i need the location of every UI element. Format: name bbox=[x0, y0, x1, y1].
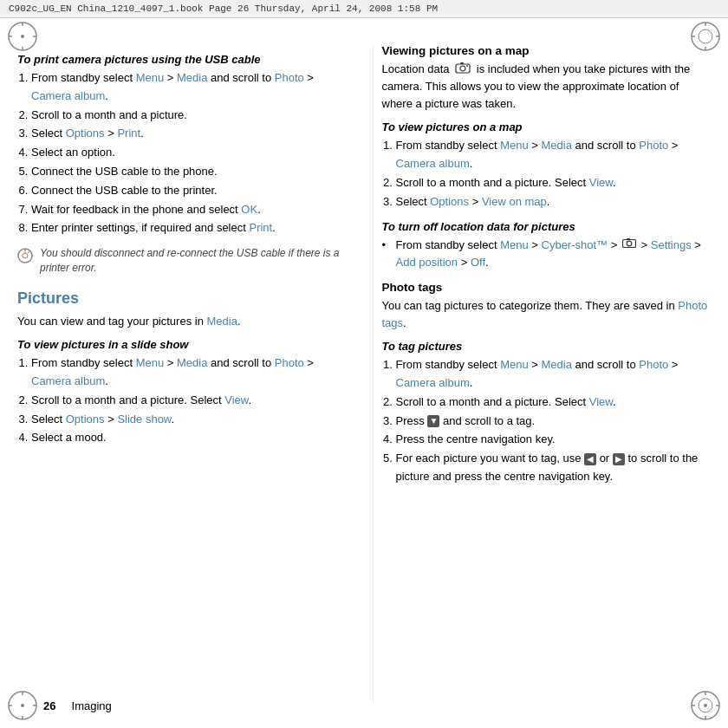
photo-link-4: Photo bbox=[639, 358, 668, 371]
cybershot-link: Cyber-shot™ bbox=[542, 238, 608, 251]
svg-point-28 bbox=[24, 252, 27, 255]
svg-point-31 bbox=[460, 66, 465, 71]
slideshow-step-4: Select a mood. bbox=[31, 429, 347, 447]
slideshow-step-3: Select Options > Slide show. bbox=[31, 411, 347, 429]
tip-box: You should disconnect and re-connect the… bbox=[17, 244, 347, 277]
header-text: C902c_UG_EN China_1210_4097_1.book Page … bbox=[9, 3, 438, 14]
svg-point-20 bbox=[704, 704, 707, 707]
right-column: Viewing pictures on a map Location data … bbox=[373, 44, 712, 705]
options-link-2: Options bbox=[66, 413, 105, 426]
map-section-title: Viewing pictures on a map bbox=[382, 44, 712, 57]
location-data-item: From standby select Menu > Cyber-shot™ >… bbox=[382, 237, 712, 273]
corner-decoration-bl bbox=[7, 690, 38, 721]
off-link: Off bbox=[471, 256, 485, 269]
photo-link-2: Photo bbox=[275, 356, 304, 369]
slideshow-step-2: Scroll to a month and a picture. Select … bbox=[31, 392, 347, 410]
ok-link-1: OK bbox=[241, 203, 257, 216]
map-intro: Location data is included when you take … bbox=[382, 61, 712, 112]
settings-link: Settings bbox=[651, 238, 692, 251]
view-link-2: View bbox=[589, 176, 613, 189]
page-footer: 26 Imaging bbox=[43, 699, 112, 712]
print-step-2: Scroll to a month and a picture. bbox=[31, 107, 347, 125]
add-position-link: Add position bbox=[396, 256, 458, 269]
svg-rect-32 bbox=[460, 62, 464, 64]
corner-decoration-tr bbox=[690, 21, 721, 52]
page-container: C902c_UG_EN China_1210_4097_1.book Page … bbox=[0, 0, 728, 728]
menu-link-2: Menu bbox=[136, 356, 165, 369]
print-step-5: Connect the USB cable to the phone. bbox=[31, 163, 347, 181]
photo-link-3: Photo bbox=[639, 139, 668, 152]
map-step-1: From standby select Menu > Media and scr… bbox=[396, 137, 712, 173]
camera-icon bbox=[455, 62, 471, 79]
svg-point-13 bbox=[21, 704, 24, 707]
slideshow-step-1: From standby select Menu > Media and scr… bbox=[31, 354, 347, 391]
menu-link-4: Menu bbox=[500, 238, 529, 251]
left-nav-icon: ◀ bbox=[584, 453, 596, 465]
corner-decoration-br bbox=[690, 690, 721, 721]
print-step-7: Wait for feedback in the phone and selec… bbox=[31, 201, 347, 219]
photo-link-1: Photo bbox=[275, 71, 304, 84]
menu-link-1: Menu bbox=[136, 71, 165, 84]
photo-tags-intro: You can tag pictures to categorize them.… bbox=[382, 297, 712, 331]
view-on-map-title: To view pictures on a map bbox=[382, 120, 712, 133]
print-link-1: Print bbox=[117, 127, 140, 140]
svg-rect-36 bbox=[627, 238, 630, 240]
media-link-1: Media bbox=[177, 71, 207, 84]
photo-tags-link: Photo tags bbox=[382, 299, 708, 329]
svg-point-6 bbox=[692, 23, 719, 50]
svg-line-29 bbox=[28, 251, 29, 253]
down-arrow-icon: ▼ bbox=[427, 415, 439, 427]
right-nav-icon: ▶ bbox=[613, 453, 625, 465]
media-link-4: Media bbox=[542, 139, 572, 152]
slideshow-title: To view pictures in a slide show bbox=[17, 338, 347, 351]
slideshow-link: Slide show bbox=[117, 413, 171, 426]
cybershot-icon bbox=[622, 237, 636, 255]
camera-album-link-3: Camera album bbox=[396, 157, 470, 170]
tip-icon bbox=[17, 248, 33, 263]
map-step-2: Scroll to a month and a picture. Select … bbox=[396, 174, 712, 192]
svg-point-33 bbox=[466, 65, 468, 67]
print-steps-list: From standby select Menu > Media and scr… bbox=[31, 69, 347, 237]
menu-link-3: Menu bbox=[500, 139, 529, 152]
header-bar: C902c_UG_EN China_1210_4097_1.book Page … bbox=[0, 0, 728, 18]
tag-step-4: Press the centre navigation key. bbox=[396, 431, 712, 449]
camera-album-link-2: Camera album bbox=[31, 374, 105, 387]
print-step-3: Select Options > Print. bbox=[31, 125, 347, 143]
view-link-1: View bbox=[224, 393, 248, 406]
view-on-map-link: View on map bbox=[482, 195, 547, 208]
print-step-6: Connect the USB cable to the printer. bbox=[31, 182, 347, 200]
print-step-4: Select an option. bbox=[31, 144, 347, 162]
media-link-3: Media bbox=[177, 356, 207, 369]
page-label: Imaging bbox=[72, 699, 112, 712]
options-link-1: Options bbox=[66, 127, 105, 140]
print-step-8: Enter printer settings, if required and … bbox=[31, 219, 347, 237]
map-step-3: Select Options > View on map. bbox=[396, 193, 712, 211]
view-on-map-steps: From standby select Menu > Media and scr… bbox=[396, 137, 712, 211]
options-link-3: Options bbox=[430, 195, 469, 208]
camera-album-link-4: Camera album bbox=[396, 376, 470, 389]
svg-point-1 bbox=[21, 35, 24, 38]
media-link-2: Media bbox=[207, 315, 237, 328]
tip-text: You should disconnect and re-connect the… bbox=[40, 246, 347, 276]
tag-step-5: For each picture you want to tag, use ◀ … bbox=[396, 450, 712, 486]
print-step-1: From standby select Menu > Media and scr… bbox=[31, 69, 347, 106]
tag-step-1: From standby select Menu > Media and scr… bbox=[396, 356, 712, 393]
content-area: To print camera pictures using the USB c… bbox=[0, 18, 728, 722]
print-section-title: To print camera pictures using the USB c… bbox=[17, 53, 347, 66]
svg-point-7 bbox=[699, 29, 712, 43]
left-column: To print camera pictures using the USB c… bbox=[17, 44, 355, 705]
slideshow-steps-list: From standby select Menu > Media and scr… bbox=[31, 354, 347, 447]
tag-step-3: Press ▼ and scroll to a tag. bbox=[396, 413, 712, 431]
tag-pictures-title: To tag pictures bbox=[382, 340, 712, 353]
page-number: 26 bbox=[43, 699, 55, 712]
camera-album-link-1: Camera album bbox=[31, 89, 105, 102]
pictures-intro: You can view and tag your pictures in Me… bbox=[17, 313, 347, 330]
print-link-2: Print bbox=[249, 221, 272, 234]
svg-point-35 bbox=[627, 241, 632, 246]
tag-pictures-steps: From standby select Menu > Media and scr… bbox=[396, 356, 712, 486]
corner-decoration-tl bbox=[7, 21, 38, 52]
pictures-section-title: Pictures bbox=[17, 289, 347, 308]
tag-step-2: Scroll to a month and a picture. Select … bbox=[396, 393, 712, 412]
media-link-5: Media bbox=[542, 358, 572, 371]
menu-link-5: Menu bbox=[500, 358, 529, 371]
